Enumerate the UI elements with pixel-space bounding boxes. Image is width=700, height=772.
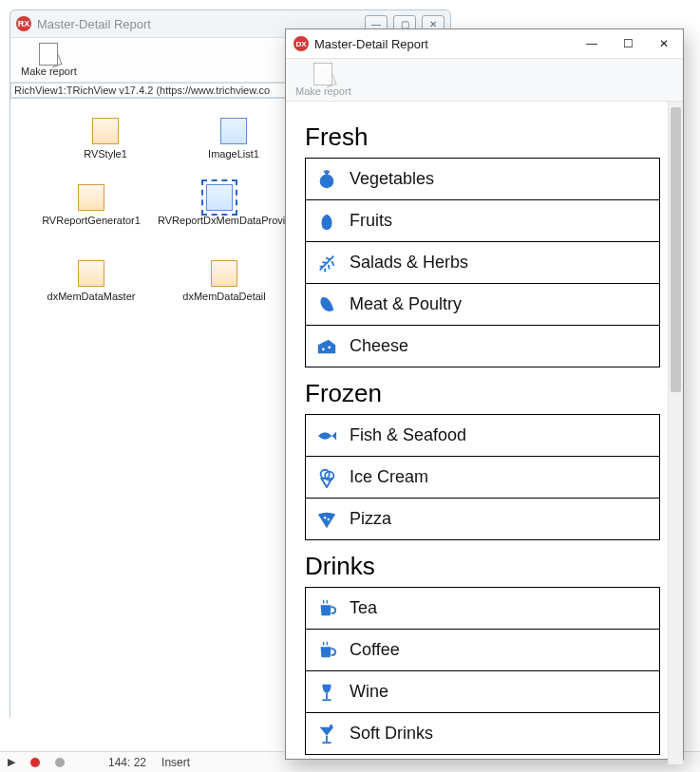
list-item: Meat & Poultry: [306, 284, 659, 326]
record-indicator-icon[interactable]: [30, 758, 40, 767]
list-item: Vegetables: [306, 159, 659, 200]
list-item: Ice Cream: [306, 457, 659, 499]
list-item: Salads & Herbs: [306, 242, 659, 284]
component-caption: RVStyle1: [44, 148, 167, 160]
document-icon: [313, 63, 332, 85]
report-window: DX Master-Detail Report — ☐ ✕ Make repor…: [285, 28, 684, 760]
category-header: Fresh: [305, 122, 660, 152]
designer-title-text: Master-Detail Report: [37, 17, 151, 31]
category-header: Drinks: [305, 552, 660, 581]
report-close-button[interactable]: ✕: [653, 33, 675, 54]
component-imagelist1[interactable]: ImageList1: [172, 118, 295, 160]
cup-icon: [315, 639, 338, 662]
component-glyph-icon: [211, 260, 237, 287]
component-dxmemdatadetail[interactable]: dxMemDataDetail: [162, 260, 286, 302]
component-rvstyle1[interactable]: RVStyle1: [44, 118, 167, 160]
component-caption: RVReportDxMemDataProvider1: [158, 215, 281, 226]
component-caption: dxMemDataDetail: [162, 291, 286, 302]
svg-point-2: [328, 346, 331, 348]
svg-point-6: [328, 518, 330, 519]
meat-icon: [315, 293, 338, 316]
vertical-scrollbar[interactable]: [668, 102, 683, 764]
svg-rect-10: [322, 742, 331, 744]
fish-icon: [315, 424, 338, 447]
stop-indicator-icon[interactable]: [55, 758, 65, 767]
make-report-label: Make report: [21, 66, 77, 77]
insert-mode: Insert: [161, 756, 190, 769]
report-titlebar[interactable]: DX Master-Detail Report — ☐ ✕: [286, 29, 683, 58]
item-label: Ice Cream: [350, 467, 428, 487]
cheese-icon: [315, 335, 338, 358]
document-icon: [39, 43, 58, 66]
report-scroll-area[interactable]: FreshVegetablesFruitsSalads & HerbsMeat …: [286, 102, 668, 764]
list-item: Fish & Seafood: [306, 415, 659, 457]
herb-icon: [315, 252, 338, 274]
app-logo-icon: RX: [16, 16, 31, 31]
item-label: Meat & Poultry: [350, 294, 462, 314]
component-glyph-icon: [206, 184, 233, 211]
cocktail-icon: [315, 723, 338, 745]
report-make-report-label: Make report: [295, 85, 351, 97]
report-minimize-button[interactable]: —: [580, 33, 603, 54]
pizza-icon: [315, 508, 338, 531]
svg-point-5: [324, 516, 326, 518]
make-report-button[interactable]: Make report: [14, 40, 84, 80]
component-glyph-icon: [220, 118, 247, 144]
component-caption: RVReportGenerator1: [29, 215, 153, 226]
component-glyph-icon: [92, 118, 119, 144]
item-label: Coffee: [350, 640, 400, 660]
item-label: Fish & Seafood: [350, 425, 466, 445]
item-label: Wine: [350, 682, 388, 702]
item-label: Pizza: [350, 509, 391, 529]
list-item: Wine: [306, 671, 659, 713]
list-item: Coffee: [306, 630, 659, 671]
svg-rect-8: [322, 699, 331, 701]
cup-icon: [315, 597, 338, 620]
component-dxmemdatamaster[interactable]: dxMemDataMaster: [29, 260, 153, 302]
svg-point-1: [322, 348, 325, 350]
category-items: TeaCoffeeWineSoft Drinks: [305, 587, 660, 755]
svg-point-11: [330, 724, 333, 727]
report-maximize-button[interactable]: ☐: [616, 33, 639, 54]
fruit-icon: [315, 210, 338, 233]
icecream-icon: [315, 466, 338, 489]
item-label: Salads & Herbs: [350, 253, 468, 273]
category-items: VegetablesFruitsSalads & HerbsMeat & Pou…: [305, 158, 660, 367]
report-title-text: Master-Detail Report: [314, 37, 428, 51]
component-caption: ImageList1: [172, 148, 295, 160]
svg-rect-9: [326, 735, 328, 741]
component-rvreportgenerator1[interactable]: RVReportGenerator1: [29, 184, 153, 226]
category-header: Frozen: [305, 379, 660, 408]
item-label: Soft Drinks: [350, 724, 433, 744]
scrollbar-thumb[interactable]: [671, 107, 681, 392]
component-caption: dxMemDataMaster: [29, 291, 153, 302]
component-glyph-icon: [78, 184, 104, 211]
category-items: Fish & SeafoodIce CreamPizza: [305, 414, 660, 540]
item-label: Tea: [350, 598, 377, 618]
list-item: Soft Drinks: [306, 713, 659, 755]
tomato-icon: [315, 168, 338, 191]
item-label: Fruits: [350, 211, 392, 231]
cursor-position: 144: 22: [108, 756, 146, 769]
list-item: Pizza: [306, 499, 659, 540]
report-toolbar: Make report: [286, 58, 683, 102]
run-indicator-icon[interactable]: ▶: [8, 756, 15, 768]
item-label: Cheese: [350, 336, 408, 356]
wine-icon: [315, 681, 338, 704]
list-item: Cheese: [306, 326, 659, 367]
report-make-report-button[interactable]: Make report: [292, 63, 355, 97]
list-item: Fruits: [306, 200, 659, 242]
component-glyph-icon: [78, 260, 104, 287]
item-label: Vegetables: [350, 169, 434, 189]
report-body: FreshVegetablesFruitsSalads & HerbsMeat …: [286, 102, 683, 764]
svg-rect-7: [326, 692, 328, 698]
report-app-logo-icon: DX: [293, 36, 309, 51]
svg-point-0: [320, 174, 334, 188]
component-rvreportdxmemdataprovider1[interactable]: RVReportDxMemDataProvider1: [158, 184, 281, 226]
list-item: Tea: [306, 588, 659, 630]
